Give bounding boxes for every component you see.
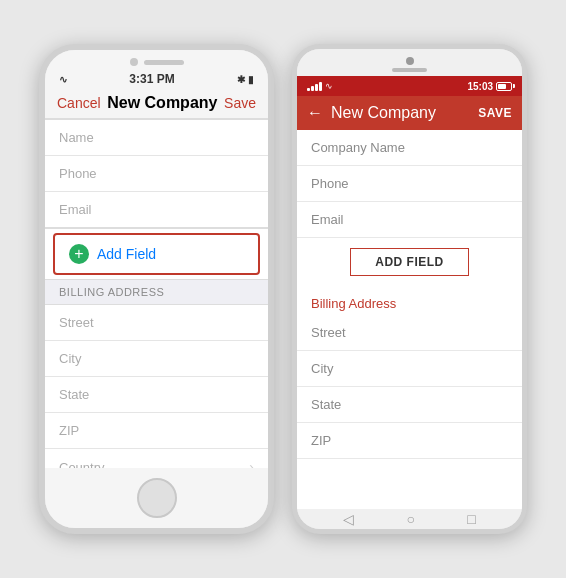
add-circle-icon: +: [69, 244, 89, 264]
android-zip-field[interactable]: ZIP: [297, 423, 522, 459]
android-status-left: ∿: [307, 81, 333, 91]
android-phone-field[interactable]: Phone: [297, 166, 522, 202]
android-nav-title: New Company: [331, 104, 470, 122]
android-billing-header: Billing Address: [297, 286, 522, 315]
android-top-area: [297, 49, 522, 76]
android-back-button[interactable]: ←: [307, 104, 323, 122]
ios-camera-dot: [130, 58, 138, 66]
ios-street-field[interactable]: Street: [45, 305, 268, 341]
ios-nav-title: New Company: [107, 94, 217, 112]
android-back-nav-icon[interactable]: ◁: [343, 511, 354, 527]
ios-phone-field[interactable]: Phone: [45, 156, 268, 192]
ios-main-fields: Name Phone Email: [45, 119, 268, 228]
ios-status-left: ∿: [59, 74, 67, 85]
android-content: Company Name Phone Email ADD FIELD Billi…: [297, 130, 522, 509]
android-city-field[interactable]: City: [297, 351, 522, 387]
signal-icon: [307, 82, 322, 91]
android-time: 15:03: [467, 81, 493, 92]
android-bottom-nav: ◁ ○ □: [297, 509, 522, 529]
android-wifi-icon: ∿: [325, 81, 333, 91]
ios-status-right: ✱ ▮: [237, 74, 254, 85]
ios-name-field[interactable]: Name: [45, 120, 268, 156]
ios-add-field-label: Add Field: [97, 246, 156, 262]
ios-state-field[interactable]: State: [45, 377, 268, 413]
android-nav-bar: ← New Company SAVE: [297, 96, 522, 130]
ios-home-area: [45, 468, 268, 528]
ios-status-bar: ∿ 3:31 PM ✱ ▮: [45, 70, 268, 88]
android-camera-dot: [406, 57, 414, 65]
ios-content: Name Phone Email + Add Field BILLING ADD…: [45, 119, 268, 468]
ios-add-field-button[interactable]: + Add Field: [53, 233, 260, 275]
android-home-nav-icon[interactable]: ○: [407, 511, 415, 527]
android-phone: ∿ 15:03 ← New Company SAVE Company Name …: [292, 44, 527, 534]
ios-speaker: [144, 60, 184, 65]
wifi-icon: ∿: [59, 74, 67, 85]
android-speaker: [392, 68, 427, 72]
android-battery-icon: [496, 82, 512, 91]
ios-email-field[interactable]: Email: [45, 192, 268, 227]
ios-add-field-wrapper: + Add Field: [45, 228, 268, 280]
ios-home-button[interactable]: [137, 478, 177, 518]
bluetooth-icon: ✱: [237, 74, 245, 85]
phones-container: ∿ 3:31 PM ✱ ▮ Cancel New Company Save Na…: [29, 34, 537, 544]
android-add-field-button[interactable]: ADD FIELD: [350, 248, 469, 276]
android-status-right: 15:03: [467, 81, 512, 92]
android-add-field-wrapper: ADD FIELD: [297, 238, 522, 286]
battery-indicator: ▮: [248, 74, 254, 85]
ios-billing-fields: Street City State ZIP Country › P.O. Box: [45, 304, 268, 468]
chevron-right-icon: ›: [249, 459, 254, 468]
ios-cancel-button[interactable]: Cancel: [57, 95, 101, 111]
ios-country-field[interactable]: Country ›: [45, 449, 268, 468]
ios-save-button[interactable]: Save: [224, 95, 256, 111]
android-street-field[interactable]: Street: [297, 315, 522, 351]
ios-phone: ∿ 3:31 PM ✱ ▮ Cancel New Company Save Na…: [39, 44, 274, 534]
ios-billing-header: BILLING ADDRESS: [45, 280, 268, 304]
android-recents-nav-icon[interactable]: □: [467, 511, 475, 527]
ios-camera-area: [45, 50, 268, 70]
ios-status-time: 3:31 PM: [129, 72, 174, 86]
android-state-field[interactable]: State: [297, 387, 522, 423]
android-save-button[interactable]: SAVE: [478, 106, 512, 120]
ios-city-field[interactable]: City: [45, 341, 268, 377]
ios-nav-bar: Cancel New Company Save: [45, 88, 268, 119]
android-company-name-field[interactable]: Company Name: [297, 130, 522, 166]
android-status-bar: ∿ 15:03: [297, 76, 522, 96]
android-email-field[interactable]: Email: [297, 202, 522, 238]
ios-zip-field[interactable]: ZIP: [45, 413, 268, 449]
